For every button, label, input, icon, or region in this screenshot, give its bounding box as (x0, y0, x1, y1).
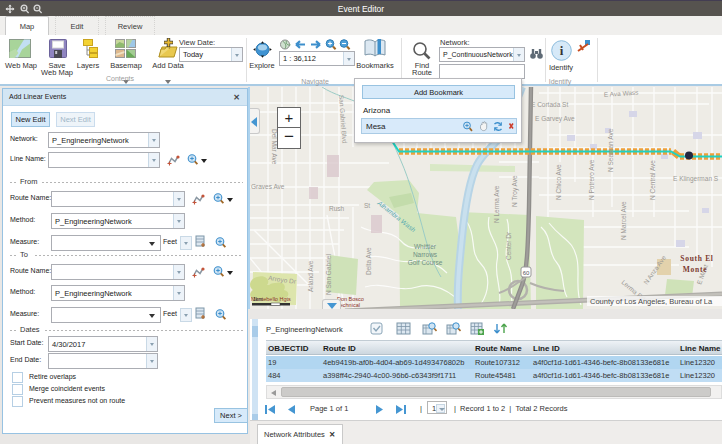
svg-text:Rush: Rush (329, 205, 345, 212)
svg-text:1km: 1km (253, 296, 262, 302)
svg-text:Arland Ave: Arland Ave (307, 260, 314, 292)
svg-text:County of Los Angeles, Bureau: County of Los Angeles, Bureau of La (590, 297, 713, 306)
svg-text:Narrows: Narrows (413, 251, 438, 258)
svg-text:N Seaman Ave: N Seaman Ave (607, 128, 614, 172)
svg-text:Whittier: Whittier (414, 243, 437, 250)
svg-text:South El: South El (680, 254, 713, 263)
svg-text:Monte: Monte (683, 265, 707, 274)
svg-text:N Lerma Ave: N Lerma Ave (493, 185, 500, 223)
svg-text:N San Gabriel: N San Gabriel (325, 254, 332, 295)
svg-text:N Troy Ave: N Troy Ave (511, 175, 519, 207)
svg-text:N Potrero Ave: N Potrero Ave (588, 159, 595, 200)
svg-text:Graves Ave: Graves Ave (251, 183, 285, 190)
svg-text:Delta Ave: Delta Ave (365, 247, 372, 275)
svg-text:E Klingerman S: E Klingerman S (673, 175, 719, 183)
svg-text:N Marcel Ave: N Marcel Ave (620, 201, 627, 240)
svg-text:N Central Ave: N Central Ave (649, 160, 656, 200)
svg-text:60: 60 (523, 270, 530, 276)
svg-text:i: i (560, 43, 564, 58)
svg-text:E Garvey Ave: E Garvey Ave (535, 115, 575, 123)
svg-text:E Cortada St: E Cortada St (531, 101, 568, 108)
svg-text:Golf Course: Golf Course (408, 259, 443, 266)
svg-text:N Chico Ave: N Chico Ave (555, 164, 562, 200)
svg-text:St: St (364, 202, 370, 209)
svg-text:Center Dr: Center Dr (505, 231, 512, 260)
